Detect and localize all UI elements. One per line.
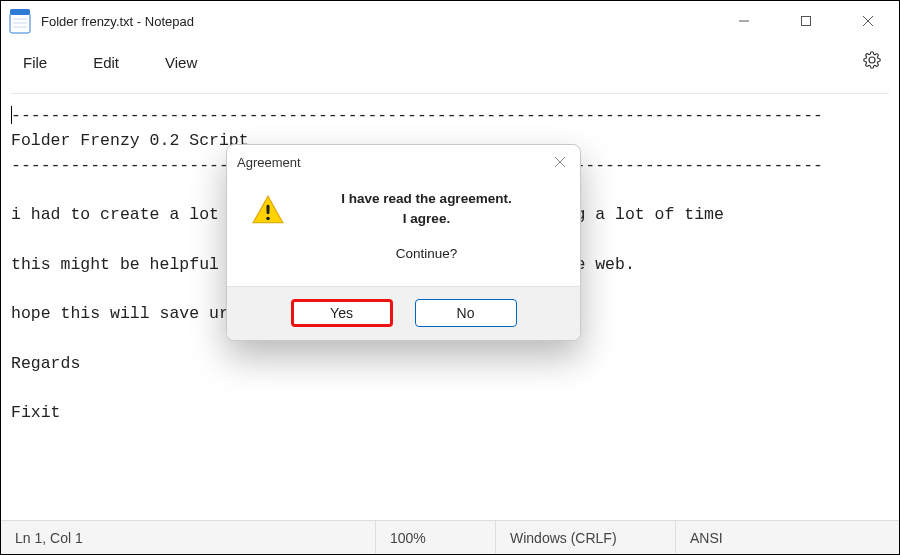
maximize-button[interactable] [775, 1, 837, 41]
window-controls [713, 1, 899, 41]
notepad-icon [9, 8, 31, 34]
menubar: File Edit View [1, 41, 899, 83]
svg-rect-1 [10, 9, 30, 15]
maximize-icon [800, 15, 812, 27]
svg-rect-6 [802, 17, 811, 26]
dialog-title: Agreement [237, 155, 301, 170]
dialog-buttons: Yes No [227, 286, 580, 340]
svg-rect-11 [267, 205, 270, 215]
close-icon [862, 15, 874, 27]
menu-view[interactable]: View [151, 48, 211, 77]
status-line-ending: Windows (CRLF) [496, 521, 676, 554]
status-position: Ln 1, Col 1 [1, 521, 376, 554]
dialog-close-button[interactable] [540, 145, 580, 179]
close-button[interactable] [837, 1, 899, 41]
status-encoding: ANSI [676, 521, 899, 554]
settings-button[interactable] [853, 45, 891, 79]
close-icon [554, 156, 566, 168]
menu-file[interactable]: File [9, 48, 61, 77]
dialog-body: I have read the agreement. I agree. Cont… [227, 179, 580, 286]
dialog-line1: I have read the agreement. [291, 189, 562, 209]
gear-icon [863, 51, 881, 69]
no-button[interactable]: No [415, 299, 517, 327]
yes-button[interactable]: Yes [291, 299, 393, 327]
minimize-icon [738, 15, 750, 27]
text-caret [11, 106, 12, 124]
svg-point-12 [266, 217, 270, 221]
menu-edit[interactable]: Edit [79, 48, 133, 77]
agreement-dialog: Agreement I have read the agreement. I a… [226, 144, 581, 341]
window-title: Folder frenzy.txt - Notepad [41, 14, 194, 29]
titlebar: Folder frenzy.txt - Notepad [1, 1, 899, 41]
minimize-button[interactable] [713, 1, 775, 41]
dialog-message: I have read the agreement. I agree. Cont… [291, 189, 562, 264]
statusbar: Ln 1, Col 1 100% Windows (CRLF) ANSI [1, 520, 899, 554]
warning-icon [251, 189, 291, 264]
dialog-titlebar: Agreement [227, 145, 580, 179]
dialog-question: Continue? [291, 244, 562, 264]
status-zoom: 100% [376, 521, 496, 554]
dialog-line2: I agree. [291, 209, 562, 229]
